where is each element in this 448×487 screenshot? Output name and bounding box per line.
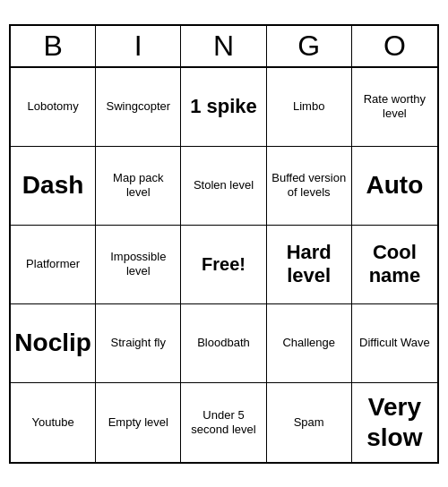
- bingo-cell: Youtube: [11, 383, 96, 462]
- bingo-cell: Straight fly: [96, 304, 181, 383]
- header-letter: G: [267, 26, 352, 66]
- bingo-cell: Swingcopter: [96, 68, 181, 147]
- bingo-cell: Under 5 second level: [181, 383, 266, 462]
- bingo-cell: Hard level: [267, 226, 352, 304]
- header-letter: I: [96, 26, 181, 66]
- bingo-cell: Noclip: [11, 304, 96, 383]
- bingo-cell: Empty level: [96, 383, 181, 462]
- bingo-cell: Platformer: [11, 226, 96, 304]
- bingo-cell: Free!: [181, 226, 266, 304]
- bingo-grid: LobotomySwingcopter1 spikeLimboRate wort…: [11, 68, 437, 462]
- bingo-cell: Spam: [267, 383, 352, 462]
- bingo-cell: 1 spike: [181, 68, 266, 147]
- bingo-cell: Very slow: [352, 383, 437, 462]
- bingo-cell: Difficult Wave: [352, 304, 437, 383]
- header-letter: O: [352, 26, 437, 66]
- header-letter: N: [181, 26, 266, 66]
- bingo-cell: Impossible level: [96, 226, 181, 304]
- bingo-cell: Dash: [11, 147, 96, 226]
- bingo-cell: Lobotomy: [11, 68, 96, 147]
- bingo-cell: Auto: [352, 147, 437, 226]
- bingo-cell: Challenge: [267, 304, 352, 383]
- bingo-cell: Bloodbath: [181, 304, 266, 383]
- bingo-cell: Limbo: [267, 68, 352, 147]
- header-letter: B: [11, 26, 96, 66]
- bingo-cell: Stolen level: [181, 147, 266, 226]
- bingo-cell: Rate worthy level: [352, 68, 437, 147]
- bingo-cell: Cool name: [352, 226, 437, 304]
- bingo-header: BINGO: [11, 26, 437, 68]
- bingo-cell: Map pack level: [96, 147, 181, 226]
- bingo-cell: Buffed version of levels: [267, 147, 352, 226]
- bingo-card: BINGO LobotomySwingcopter1 spikeLimboRat…: [9, 24, 439, 464]
